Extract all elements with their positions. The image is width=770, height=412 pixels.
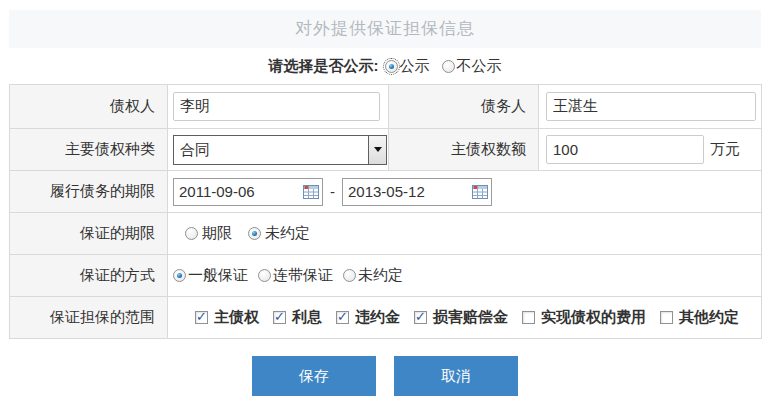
radio-label: 未约定: [358, 266, 403, 285]
checkbox-scope-damages[interactable]: 损害赔偿金: [414, 308, 508, 327]
checkbox-icon[interactable]: [195, 311, 208, 324]
calendar-icon[interactable]: [303, 185, 319, 199]
radio-label: 连带保证: [273, 266, 333, 285]
checkbox-label: 其他约定: [679, 308, 739, 327]
checkbox-label: 主债权: [214, 308, 259, 327]
radio-guarantee-period-fixed[interactable]: 期限: [185, 224, 232, 243]
guarantee-scope-label: 保证担保的范围: [10, 297, 168, 339]
period-end-date-value: 2013-05-12: [348, 183, 425, 200]
period-start-date-input[interactable]: 2011-09-06: [173, 178, 323, 206]
radio-guarantee-period-unagreed[interactable]: 未约定: [248, 224, 310, 243]
publicity-question-label: 请选择是否公示:: [269, 57, 379, 76]
radio-icon[interactable]: [248, 227, 261, 240]
period-end-date-input[interactable]: 2013-05-12: [342, 178, 492, 206]
checkbox-label: 违约金: [355, 308, 400, 327]
radio-label: 不公示: [457, 57, 502, 76]
checkbox-scope-interest[interactable]: 利息: [273, 308, 322, 327]
chevron-down-icon: [374, 147, 382, 152]
radio-method-general[interactable]: 一般保证: [173, 266, 248, 285]
checkbox-label: 实现债权的费用: [541, 308, 646, 327]
debtor-label: 债务人: [389, 85, 539, 129]
debt-type-select[interactable]: 合同: [173, 135, 387, 165]
radio-publicity-no[interactable]: 不公示: [442, 57, 502, 76]
radio-label: 期限: [202, 224, 232, 243]
performance-period-label: 履行债务的期限: [10, 171, 168, 213]
radio-method-unagreed[interactable]: 未约定: [343, 266, 403, 285]
creditor-label: 债权人: [10, 85, 168, 129]
radio-icon[interactable]: [343, 269, 356, 282]
radio-icon[interactable]: [173, 269, 186, 282]
checkbox-label: 利息: [292, 308, 322, 327]
action-button-row: 保存 取消: [9, 356, 761, 396]
checkbox-scope-principal[interactable]: 主债权: [195, 308, 259, 327]
publicity-choice-row: 请选择是否公示: 公示 不公示: [9, 48, 761, 84]
checkbox-label: 损害赔偿金: [433, 308, 508, 327]
period-start-date-value: 2011-09-06: [179, 183, 255, 200]
debt-type-label: 主要债权种类: [10, 129, 168, 171]
checkbox-scope-other[interactable]: 其他约定: [660, 308, 739, 327]
checkbox-icon[interactable]: [414, 311, 427, 324]
calendar-icon[interactable]: [472, 185, 488, 199]
guarantee-period-label: 保证的期限: [10, 213, 168, 255]
radio-label: 一般保证: [188, 266, 248, 285]
radio-method-joint[interactable]: 连带保证: [258, 266, 333, 285]
dropdown-arrow-button[interactable]: [368, 136, 386, 164]
page-container: 对外提供保证担保信息 请选择是否公示: 公示 不公示 债权人 债务人 主要债权种…: [9, 10, 761, 396]
date-range-separator: -: [330, 183, 335, 200]
debtor-input[interactable]: [546, 92, 756, 121]
checkbox-icon[interactable]: [336, 311, 349, 324]
radio-label: 公示: [400, 57, 430, 76]
checkbox-icon[interactable]: [660, 311, 673, 324]
checkbox-scope-penalty[interactable]: 违约金: [336, 308, 400, 327]
creditor-input[interactable]: [173, 92, 380, 121]
guarantee-method-label: 保证的方式: [10, 255, 168, 297]
checkbox-scope-realization-costs[interactable]: 实现债权的费用: [522, 308, 646, 327]
page-title: 对外提供保证担保信息: [9, 10, 761, 48]
radio-icon[interactable]: [258, 269, 271, 282]
checkbox-icon[interactable]: [522, 311, 535, 324]
radio-icon[interactable]: [385, 60, 398, 73]
save-button[interactable]: 保存: [252, 356, 376, 396]
debt-amount-label: 主债权数额: [389, 129, 539, 171]
cancel-button[interactable]: 取消: [394, 356, 518, 396]
radio-icon[interactable]: [185, 227, 198, 240]
amount-unit-label: 万元: [710, 140, 740, 159]
radio-publicity-yes[interactable]: 公示: [385, 57, 430, 76]
radio-label: 未约定: [265, 224, 310, 243]
radio-icon[interactable]: [442, 60, 455, 73]
debt-type-selected-value: 合同: [174, 136, 368, 164]
checkbox-icon[interactable]: [273, 311, 286, 324]
guarantee-form-table: 债权人 债务人 主要债权种类 合同 主债权数额: [9, 84, 762, 339]
debt-amount-input[interactable]: [546, 135, 704, 164]
